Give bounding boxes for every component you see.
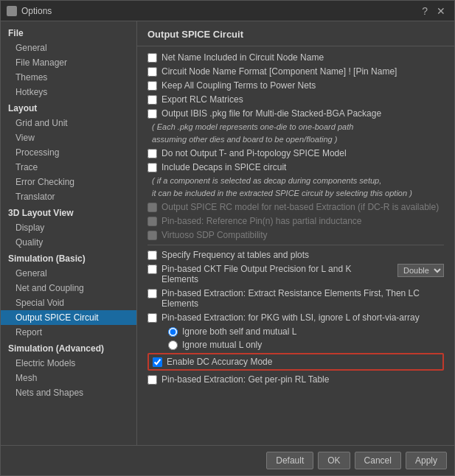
sidebar-item-trace[interactable]: Trace <box>1 160 136 175</box>
section-header-file: File <box>1 24 136 41</box>
titlebar-controls: ? ✕ <box>419 5 448 17</box>
main-panel: Output SPICE Circuit Net Name Included i… <box>137 21 454 445</box>
main-content: Net Name Included in Circuit Node Name C… <box>137 46 454 445</box>
sidebar-item-translator[interactable]: Translator <box>1 189 136 204</box>
apply-button[interactable]: Apply <box>406 452 447 469</box>
label-pin-based-ref: Pin-based: Reference Pin(n) has partial … <box>161 216 362 226</box>
section-header-sim-advanced: Simulation (Advanced) <box>1 340 136 356</box>
sidebar-item-grid-unit[interactable]: Grid and Unit <box>1 116 136 130</box>
sidebar-item-special-void[interactable]: Special Void <box>1 295 136 310</box>
option-enable-dc: Enable DC Accuracy Mode <box>147 353 444 371</box>
option-output-ibis: Output IBIS .pkg file for Multi-die Stac… <box>147 108 444 119</box>
sidebar-item-hotkeys[interactable]: Hotkeys <box>1 85 136 99</box>
option-keep-coupling: Keep All Coupling Terms to Power Nets <box>147 80 444 91</box>
content-area: File General File Manager Themes Hotkeys… <box>1 21 454 445</box>
checkbox-net-name[interactable] <box>147 53 157 63</box>
sidebar-item-report[interactable]: Report <box>1 325 136 340</box>
sidebar-item-processing[interactable]: Processing <box>1 145 136 160</box>
option-pin-based-ckt: Pin-based CKT File Output Precision for … <box>147 264 444 284</box>
option-pin-based-lsi: Pin-based Extraction: for PKG with LSI, … <box>147 312 444 323</box>
option-circuit-node: Circuit Node Name Format [Component Name… <box>147 66 444 77</box>
titlebar-left: Options <box>7 6 52 16</box>
divider-1 <box>147 245 444 245</box>
label-ignore-mutual: Ignore mutual L only <box>182 340 262 350</box>
sidebar-item-themes[interactable]: Themes <box>1 70 136 85</box>
sidebar-item-mesh[interactable]: Mesh <box>1 371 136 385</box>
checkbox-do-not-output[interactable] <box>147 149 157 158</box>
option-net-name: Net Name Included in Circuit Node Name <box>147 52 444 63</box>
radio-input-ignore-mutual[interactable] <box>168 340 178 350</box>
option-virtuoso: Virtuoso SDP Compatibility <box>147 230 444 240</box>
note-1: ( Each .pkg model represents one-die to … <box>147 122 444 131</box>
sidebar-item-view[interactable]: View <box>1 130 136 145</box>
checkbox-include-decaps[interactable] <box>147 163 157 172</box>
options-window: Options ? ✕ File General File Manager Th… <box>0 0 455 476</box>
precision-select[interactable]: Double Single <box>397 264 444 277</box>
sidebar-item-general-file[interactable]: General <box>1 41 136 55</box>
option-do-not-output: Do not Output T- and Pi-topology SPICE M… <box>147 148 444 158</box>
checkbox-specify-freq[interactable] <box>147 251 157 260</box>
checkbox-output-spice-r[interactable] <box>147 203 157 212</box>
section-header-3d: 3D Layout View <box>1 204 136 220</box>
option-include-decaps: Include Decaps in SPICE circuit <box>147 162 444 172</box>
note-2: assuming other dies and board to be open… <box>147 135 444 144</box>
checkbox-pin-based-lsi[interactable] <box>147 313 157 323</box>
sidebar-item-display[interactable]: Display <box>1 220 136 235</box>
radio-ignore-mutual: Ignore mutual L only <box>147 340 444 350</box>
app-icon <box>7 6 17 16</box>
checkbox-virtuoso[interactable] <box>147 231 157 240</box>
cancel-button[interactable]: Cancel <box>355 452 401 469</box>
checkbox-pin-based-ref[interactable] <box>147 217 157 226</box>
option-specify-freq: Specify Frequency at tables and plots <box>147 250 444 260</box>
section-header-layout: Layout <box>1 99 136 116</box>
close-button[interactable]: ✕ <box>434 5 448 17</box>
option-pin-based-extract: Pin-based Extraction: Extract Resistance… <box>147 288 444 309</box>
sidebar-item-output-spice[interactable]: Output SPICE Circuit <box>1 310 136 325</box>
label-keep-coupling: Keep All Coupling Terms to Power Nets <box>161 80 316 91</box>
label-pin-based-ckt: Pin-based CKT File Output Precision for … <box>161 264 390 284</box>
sidebar-item-nets-shapes[interactable]: Nets and Shapes <box>1 385 136 400</box>
label-include-decaps: Include Decaps in SPICE circuit <box>161 162 286 172</box>
checkbox-enable-dc[interactable] <box>153 357 162 367</box>
help-button[interactable]: ? <box>419 5 431 17</box>
checkbox-export-rlc[interactable] <box>147 95 157 105</box>
sidebar-item-net-coupling[interactable]: Net and Coupling <box>1 281 136 295</box>
sidebar-item-general-sim[interactable]: General <box>1 266 136 281</box>
window-title: Options <box>21 6 52 16</box>
label-output-spice-r: Output SPICE RC model for net-based Extr… <box>161 202 439 212</box>
option-output-spice-r: Output SPICE RC model for net-based Extr… <box>147 202 444 212</box>
sidebar-item-quality[interactable]: Quality <box>1 235 136 250</box>
sidebar-item-error-checking[interactable]: Error Checking <box>1 175 136 189</box>
sidebar: File General File Manager Themes Hotkeys… <box>1 21 137 445</box>
checkbox-output-ibis[interactable] <box>147 109 157 119</box>
checkbox-pin-based-ckt[interactable] <box>147 265 157 274</box>
label-pin-based-lsi: Pin-based Extraction: for PKG with LSI, … <box>161 312 420 323</box>
bottom-bar: Default OK Cancel Apply <box>1 445 454 475</box>
checkbox-keep-coupling[interactable] <box>147 81 157 91</box>
main-title: Output SPICE Circuit <box>137 21 454 46</box>
label-enable-dc: Enable DC Accuracy Mode <box>167 357 272 367</box>
checkbox-pin-based-extract[interactable] <box>147 289 157 298</box>
label-circuit-node: Circuit Node Name Format [Component Name… <box>161 66 397 77</box>
radio-input-ignore-both[interactable] <box>168 327 178 337</box>
label-pin-based-extract: Pin-based Extraction: Extract Resistance… <box>161 288 444 309</box>
option-pin-based-ref: Pin-based: Reference Pin(n) has partial … <box>147 216 444 226</box>
label-pin-based-rl: Pin-based Extraction: Get per-pin RL Tab… <box>161 374 329 385</box>
section-header-sim-basic: Simulation (Basic) <box>1 250 136 266</box>
label-net-name: Net Name Included in Circuit Node Name <box>161 52 324 63</box>
ok-button[interactable]: OK <box>318 452 350 469</box>
titlebar: Options ? ✕ <box>1 1 454 21</box>
label-specify-freq: Specify Frequency at tables and plots <box>161 250 309 260</box>
default-button[interactable]: Default <box>266 452 313 469</box>
sidebar-item-electric-models[interactable]: Electric Models <box>1 356 136 371</box>
label-output-ibis: Output IBIS .pkg file for Multi-die Stac… <box>161 108 381 119</box>
checkbox-circuit-node[interactable] <box>147 67 157 77</box>
checkbox-pin-based-rl[interactable] <box>147 375 157 385</box>
note-4: it can be included in the extracted SPIC… <box>147 189 444 197</box>
option-export-rlc: Export RLC Matrices <box>147 94 444 105</box>
sidebar-item-file-manager[interactable]: File Manager <box>1 55 136 70</box>
label-export-rlc: Export RLC Matrices <box>161 94 243 105</box>
label-virtuoso: Virtuoso SDP Compatibility <box>161 230 268 240</box>
label-ignore-both: Ignore both self and mutual L <box>182 326 296 337</box>
note-3: ( if a component is selected as decap du… <box>147 176 444 185</box>
